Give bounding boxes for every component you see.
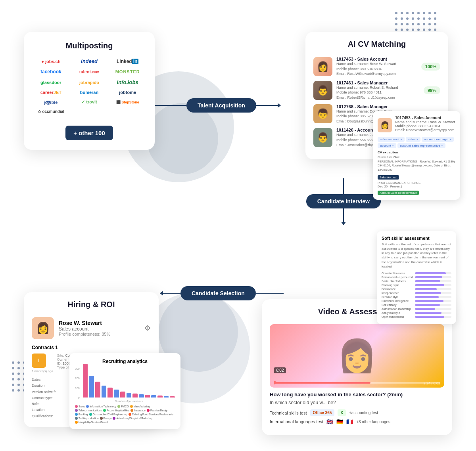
logo-glassdoor: glassdoor (40, 80, 61, 85)
legend-item: Energy (100, 417, 112, 420)
person-in-video: 👩 (270, 324, 444, 388)
soft-skill-label: Analytical style (382, 311, 413, 314)
bar-chart (83, 367, 175, 399)
bar-chart-bar (145, 395, 150, 397)
cv-popup-tags: sales account × sales × account manager … (378, 137, 455, 148)
candidate-id-1: 1017453 - Sales Account (336, 57, 417, 61)
soft-skill-label: Personal value perceived (382, 276, 413, 279)
profile-row: 👩 Rose W. Stewart Sales account Profile … (32, 317, 151, 339)
bar-chart-bar (107, 388, 113, 397)
question-2: In which sector did you w... be? (270, 400, 444, 405)
hiring-roi-title: Hiring & ROI (32, 300, 151, 309)
match-badge-1: 100% (421, 63, 440, 71)
soft-skill-bar-row: Self efficacy (382, 304, 451, 306)
candidate-avatar-4: 👨 (313, 128, 332, 147)
bar-chart-bar (114, 390, 119, 397)
logo-occmundial: ☆ occmundial (38, 109, 64, 114)
bar-chart-bar (83, 364, 88, 397)
cv-popup: 👩 1017453 - Sales Account Name and surna… (373, 111, 460, 200)
logo-bumeran: bumeran (80, 90, 98, 95)
logo-trovit: ✓ trovit (81, 99, 97, 105)
cv-tag-sales-account: Sales Account (378, 175, 399, 180)
candidate-detail-2: Name and surname: Robert S. RichardMobil… (336, 85, 420, 100)
multiposting-card: Multiposting ● jobs.ch indeed Linkedin f… (24, 32, 155, 150)
candidate-detail-1: Name and surname: Rose W. StewartMobile … (336, 61, 417, 76)
legend-item: Advertising/Graphics/Marketing (113, 417, 152, 420)
soft-skill-label: Independence (382, 292, 413, 294)
soft-skills-card: Soft skills' assessment Soft skills are … (377, 231, 456, 324)
plus-langs: +3 other languages (356, 420, 390, 424)
video-thumbnail[interactable]: 👩 6:02 ▶ 2:24 / 6:02 (270, 324, 444, 388)
cv-tag-account-sales-rep: Account Sales Representative (378, 191, 419, 195)
soft-skills-title: Soft skills' assessment (382, 236, 451, 241)
contract-time: 1 month(s) ago (32, 369, 53, 373)
video-duration: 2:24 / 6:02 (423, 381, 440, 385)
technical-skills-label: Technical skills test (270, 411, 307, 415)
soft-skill-label: Authoritarian leadership (382, 308, 413, 310)
legend-item: Textile production (75, 417, 99, 420)
soft-skill-bar-row: Planning style (382, 284, 451, 287)
talent-acquisition-connector: Talent Acquisition (155, 98, 280, 113)
legend-item: Insurance (131, 409, 146, 412)
legend-item: Catering/Food Services/Restaurants (129, 413, 174, 416)
y-axis: 3002001000 (75, 367, 81, 399)
logo-jobrapido: jobrapido (79, 80, 99, 85)
soft-skill-label: Emotional intelligence (382, 300, 413, 302)
flag-uk: 🇬🇧 (326, 419, 333, 425)
cv-professional-exp: PROFESSIONAL EXPERIENCE (378, 181, 455, 185)
flag-fr: 🇫🇷 (346, 419, 353, 425)
legend-item: Telecommunications (75, 409, 102, 412)
play-icon[interactable]: ▶ (274, 379, 278, 385)
logo-jobtome: jobtome (119, 90, 136, 95)
bar-chart-bar (151, 395, 156, 397)
bar-chart-bar (127, 393, 132, 397)
cv-exp-period: Dec '20 - Present | (378, 185, 455, 188)
profile-completeness: Profile completeness: 85% (59, 332, 110, 336)
logos-grid: ● jobs.ch indeed Linkedin facebook talen… (33, 58, 145, 114)
flag-de: 🇩🇪 (336, 419, 343, 425)
legend-item: Sales (75, 405, 85, 408)
candidate-id-3: 1012768 - Sales Manager (336, 104, 440, 109)
languages-row: International languages test 🇬🇧 🇩🇪 🇫🇷 +3… (270, 419, 444, 425)
excel-badge: X (338, 409, 346, 416)
multiposting-title: Multiposting (33, 41, 145, 50)
logo-talent: talent.com (79, 69, 99, 74)
video-progress-fill (274, 382, 370, 384)
legend-item: Banking (75, 413, 88, 416)
technical-skills-row: Technical skills test Office 365 X +acco… (270, 409, 444, 416)
soft-skill-bar-row: Dominance (382, 288, 451, 290)
logo-careerjet: careerJET (40, 90, 61, 95)
x-axis-label: Number of job seekers (83, 400, 175, 403)
soft-skill-bar-row: Conscientiousness (382, 272, 451, 275)
profile-avatar: 👩 (32, 317, 54, 339)
cv-popup-detail: Name and surname: Rose W. StewartMobile … (395, 120, 455, 132)
analytics-card: Recruiting analytics 3002001000 Number o… (69, 353, 180, 429)
analytics-title: Recruiting analytics (75, 359, 175, 364)
other-btn[interactable]: + other 100 (65, 126, 113, 140)
soft-skill-bar-row: Open mindedness (382, 315, 451, 318)
video-progress-bar[interactable] (274, 382, 440, 384)
legend-item: Construction/Civil Engineering (89, 413, 127, 416)
candidate-interview-label: Candidate Interview (306, 194, 381, 208)
office-badge: Office 365 (310, 409, 335, 416)
legend-item: Fashion Design (147, 409, 168, 412)
soft-skill-label: Planning style (382, 284, 413, 287)
legend-item: FMCG (117, 405, 129, 408)
soft-skill-bar-row: Independence (382, 292, 451, 294)
logo-infojobs: InfoJobs (117, 79, 138, 85)
bar-chart-bar (95, 382, 100, 397)
soft-skill-bar-row: Social directedness (382, 280, 451, 283)
logo-jooble: jooble (44, 100, 58, 105)
int-lang-label: International languages test (270, 419, 323, 424)
profile-role: Sales account (59, 326, 110, 332)
soft-skill-bar-row: Personal value perceived (382, 276, 451, 279)
soft-skill-bar-row: Authoritarian leadership (382, 308, 451, 310)
bar-chart-bar (164, 396, 169, 397)
profile-name: Rose W. Stewart (59, 320, 110, 326)
cv-extraction-label: CV extraction (378, 151, 455, 154)
gear-icon[interactable]: ⚙ (144, 324, 151, 333)
chart-legend: SalesInformation TechnologyFMCGManufactu… (75, 405, 175, 424)
bar-chart-bar (120, 392, 125, 397)
candidate-row-1: 👩 1017453 - Sales Account Name and surna… (313, 57, 440, 76)
logo-facebook: facebook (40, 69, 61, 75)
